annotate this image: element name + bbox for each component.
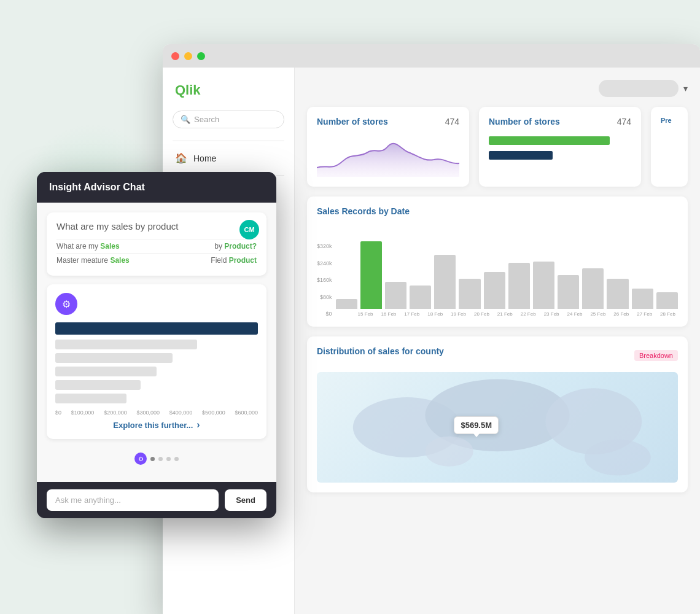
- stores-card-area: Number of stores 474: [307, 107, 469, 187]
- vbar-4: [434, 255, 456, 309]
- x-label-3: 18 Feb: [425, 311, 445, 317]
- card1-value: 474: [445, 117, 459, 126]
- result-bar-6: [55, 394, 126, 403]
- hbar-green: [489, 136, 610, 145]
- vbar-8: [533, 262, 554, 309]
- sales-chart-title: Sales Records by Date: [317, 206, 678, 216]
- main-content: ▾ Number of stores 474: [295, 68, 700, 614]
- x-label-2: 17 Feb: [402, 311, 422, 317]
- home-icon: 🏠: [175, 152, 187, 164]
- chat-title: Insight Advisor Chat: [49, 182, 145, 192]
- map-card-header: Distribution of sales for county Breakdo…: [317, 346, 678, 365]
- y-label-2: $160k: [317, 277, 332, 283]
- bar-label-3: $300,000: [136, 410, 160, 416]
- search-box[interactable]: 🔍 Search: [173, 111, 284, 128]
- card1-header: Number of stores 474: [317, 117, 459, 126]
- vbar-7: [508, 263, 530, 309]
- vbar-0: [336, 299, 357, 309]
- chat-input[interactable]: Ask me anything...: [47, 489, 219, 511]
- map-tooltip-value: $569.5M: [461, 421, 492, 430]
- dot-2[interactable]: [158, 457, 163, 461]
- y-axis-labels: $320k $240k $160k $80k $0: [317, 243, 336, 317]
- y-label-0: $320k: [317, 243, 332, 249]
- parse-row1-right: by Product?: [214, 242, 257, 251]
- stores-card-bar: Number of stores 474: [479, 107, 641, 187]
- bar-label-2: $200,000: [104, 410, 127, 416]
- x-label-11: 26 Feb: [611, 311, 631, 317]
- result-bar-5: [55, 380, 141, 390]
- bot-icon: ⚙: [55, 293, 77, 315]
- vbar-2: [385, 282, 406, 309]
- parse-row1-left: What are my Sales: [56, 242, 120, 251]
- dot-1[interactable]: [150, 457, 155, 461]
- logo-area: Qlik: [163, 77, 294, 111]
- bar-label-6: $600,000: [235, 410, 258, 416]
- x-label-6: 21 Feb: [495, 311, 515, 317]
- result-card: ⚙ $0 $100,000 $200,000 $300,000 $400,000…: [47, 284, 266, 439]
- bar-x-labels: $0 $100,000 $200,000 $300,000 $400,000 $…: [55, 410, 258, 416]
- svg-point-4: [585, 440, 651, 476]
- partial-card-label: Pre: [661, 117, 678, 124]
- bars-area: [336, 225, 678, 309]
- maximize-dot[interactable]: [197, 52, 205, 60]
- dot-4[interactable]: [174, 457, 179, 461]
- card2-header: Number of stores 474: [489, 117, 631, 126]
- sales-keyword-2: Sales: [110, 256, 129, 265]
- sidebar-item-home[interactable]: 🏠 Home: [163, 146, 294, 170]
- bar-label-0: $0: [55, 410, 61, 416]
- sidebar-item-home-label: Home: [193, 154, 216, 163]
- bar-label-1: $100,000: [71, 410, 95, 416]
- header-bar: ▾: [307, 80, 688, 97]
- bars-wrapper: 15 Feb 16 Feb 17 Feb 18 Feb 19 Feb 20 Fe…: [336, 225, 678, 317]
- parse-row2-right: Field Product: [211, 256, 257, 265]
- sales-chart-card: Sales Records by Date $320k $240k $160k …: [307, 196, 688, 327]
- chat-overlay: Insight Advisor Chat What are my sales b…: [37, 172, 276, 518]
- titlebar: [163, 44, 700, 68]
- dot-3[interactable]: [166, 457, 171, 461]
- close-dot[interactable]: [171, 52, 179, 60]
- explore-link[interactable]: Explore this further... ›: [55, 416, 258, 430]
- send-button[interactable]: Send: [225, 489, 266, 511]
- vbar-11: [607, 279, 628, 309]
- result-bar-3: [55, 353, 173, 363]
- result-bar-4: [55, 367, 157, 376]
- vbar-1: [360, 241, 382, 309]
- product-keyword-1: Product?: [224, 242, 257, 251]
- x-label-13: 28 Feb: [658, 311, 678, 317]
- vbar-10: [582, 268, 604, 309]
- area-chart-svg: [317, 134, 459, 177]
- map-tooltip: $569.5M: [454, 416, 499, 434]
- search-icon: 🔍: [181, 115, 190, 124]
- chevron-down-icon[interactable]: ▾: [683, 84, 688, 93]
- chat-nav-icon[interactable]: ⚙: [134, 453, 147, 465]
- x-label-10: 25 Feb: [588, 311, 608, 317]
- card1-title: Number of stores: [317, 117, 388, 126]
- parse-row-2: Master meature Sales Field Product: [56, 253, 257, 267]
- query-bubble: What are my sales by product CM What are…: [47, 212, 266, 276]
- y-label-1: $240k: [317, 260, 332, 266]
- chat-dots: ⚙: [47, 448, 266, 472]
- x-label-4: 19 Feb: [448, 311, 469, 317]
- breakdown-badge: Breakdown: [634, 350, 678, 361]
- vbar-3: [410, 286, 431, 309]
- minimize-dot[interactable]: [184, 52, 192, 60]
- sidebar-divider-top: [173, 141, 284, 141]
- map-area: $569.5M: [317, 372, 678, 483]
- search-input-label: Search: [194, 115, 219, 124]
- hbar-navy: [489, 151, 553, 160]
- query-text: What are my sales by product: [56, 221, 257, 231]
- area-chart: [317, 134, 459, 177]
- explore-label: Explore this further...: [113, 421, 193, 430]
- vbar-13: [656, 292, 678, 309]
- result-bar-2: [55, 340, 197, 349]
- hbar-chart: [489, 134, 631, 160]
- cards-row: Number of stores 474: [307, 107, 688, 187]
- x-label-12: 27 Feb: [634, 311, 655, 317]
- chat-header: Insight Advisor Chat: [37, 172, 276, 203]
- user-avatar: CM: [239, 220, 259, 239]
- card2-value: 474: [617, 117, 631, 126]
- app-logo: Qlik: [175, 82, 201, 98]
- parse-row-1: What are my Sales by Product?: [56, 239, 257, 253]
- card2-title: Number of stores: [489, 117, 560, 126]
- map-card: Distribution of sales for county Breakdo…: [307, 336, 688, 492]
